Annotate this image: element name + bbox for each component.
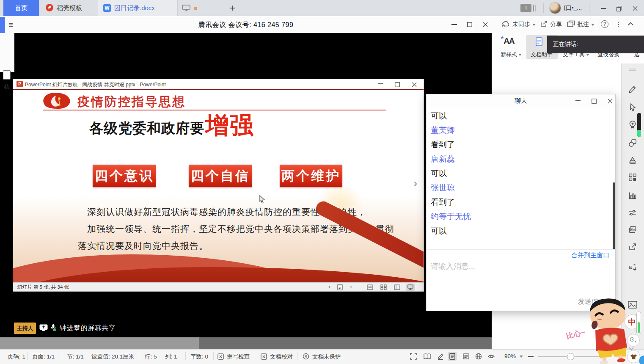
chat-message-input[interactable]: 请输入消息... bbox=[431, 261, 592, 271]
powerpoint-logo-icon: P bbox=[17, 81, 23, 87]
powerpoint-window: P PowerPoint 幻灯片放映 - 同战疫情 共克时艰.pptx - Po… bbox=[13, 79, 424, 292]
tab-docer-templates[interactable]: 稻壳模板 bbox=[41, 0, 98, 16]
clipboard-panel-edge: 粘 bbox=[0, 33, 14, 72]
edit-pen-icon[interactable] bbox=[627, 84, 638, 94]
zoom-out-button[interactable] bbox=[528, 356, 534, 357]
proofread-label[interactable]: 文档校对 bbox=[270, 353, 293, 361]
new-style-label[interactable]: 新样式 bbox=[501, 51, 522, 58]
app-minimize-button[interactable] bbox=[597, 5, 610, 12]
tab-document[interactable]: W 团日记录.docx bbox=[98, 0, 178, 16]
new-tab-button[interactable]: + bbox=[226, 1, 239, 15]
fullscreen-icon[interactable] bbox=[409, 352, 418, 361]
proofread-icon[interactable] bbox=[259, 352, 268, 361]
translate-icon[interactable]: a bbox=[627, 262, 638, 273]
next-slide-arrow[interactable]: › bbox=[413, 176, 417, 190]
eye-protection-icon[interactable] bbox=[487, 352, 496, 361]
protection-shield-icon[interactable] bbox=[301, 352, 311, 361]
share-status-text: 钟进攀的屏幕共享 bbox=[60, 324, 116, 333]
tab-home[interactable]: 首页 bbox=[3, 0, 39, 16]
ppt-window-title: PowerPoint 幻灯片放映 - 同战疫情 共克时艰.pptx - Powe… bbox=[25, 81, 166, 88]
chat-maximize-button[interactable] bbox=[592, 98, 597, 105]
edit-mode-icon[interactable] bbox=[436, 352, 445, 361]
slogan-box-2: 四个自信 bbox=[189, 165, 252, 187]
chat-close-button[interactable] bbox=[608, 98, 613, 105]
user-name[interactable]: (口•_... bbox=[564, 4, 582, 12]
app-restore-button[interactable] bbox=[613, 5, 625, 12]
app-close-button[interactable] bbox=[629, 5, 641, 12]
chat-message: 可以 bbox=[431, 166, 608, 181]
smartart-pyramid-icon[interactable] bbox=[627, 155, 638, 165]
heading-emphasis: 增强 bbox=[205, 114, 254, 136]
dropdown-caret-icon bbox=[591, 24, 594, 26]
paste-label[interactable]: 粘 bbox=[4, 83, 9, 91]
share-icon bbox=[540, 20, 548, 28]
reading-view-icon[interactable] bbox=[394, 284, 400, 292]
share-button[interactable]: 分享 bbox=[540, 20, 562, 28]
doc-assistant-icon bbox=[536, 37, 543, 49]
slideshow-view-icon[interactable] bbox=[406, 284, 415, 291]
user-avatar[interactable] bbox=[549, 2, 561, 14]
outline-view-icon[interactable] bbox=[461, 352, 471, 361]
meeting-maximize-button[interactable] bbox=[463, 21, 476, 28]
spell-check-icon[interactable] bbox=[216, 352, 225, 361]
ppt-minimize-button[interactable] bbox=[378, 83, 383, 84]
chat-scrollbar[interactable] bbox=[613, 182, 615, 249]
paste-icon[interactable] bbox=[3, 70, 11, 80]
chat-message-list[interactable]: 可以 董芙卿 看到了 唐新蕊 可以 张世琼 看到了 约等于无忧 可以 bbox=[431, 109, 608, 238]
comment-button[interactable]: 批注 bbox=[567, 20, 594, 29]
style-asterisk-icon: * bbox=[501, 35, 504, 42]
page-view-icon[interactable] bbox=[448, 352, 457, 361]
speaking-indicator: 正在讲话: bbox=[547, 36, 644, 53]
help-button[interactable]: ? bbox=[601, 20, 608, 28]
docer-logo-icon bbox=[46, 4, 53, 13]
ppt-close-button[interactable] bbox=[412, 81, 417, 89]
sidebar-scrollbar[interactable] bbox=[637, 113, 641, 137]
seal-badge-icon[interactable] bbox=[627, 119, 638, 130]
web-view-icon[interactable] bbox=[474, 352, 483, 361]
chat-message: 可以 bbox=[431, 109, 608, 123]
svg-text:a: a bbox=[629, 264, 632, 270]
select-cursor-icon[interactable] bbox=[627, 102, 638, 112]
protection-label[interactable]: 文档未保护 bbox=[312, 353, 341, 361]
ppt-maximize-button[interactable] bbox=[395, 81, 400, 89]
normal-view-icon[interactable] bbox=[367, 284, 373, 292]
meeting-close-button[interactable] bbox=[479, 21, 492, 28]
chat-sender-name[interactable]: 张世琼 bbox=[431, 181, 608, 195]
next-slide-icon[interactable]: › bbox=[350, 283, 352, 290]
chat-sender-name[interactable]: 唐新蕊 bbox=[431, 152, 608, 166]
ppt-status-bar: 幻灯片 第 5 张, 共 34 张 ‹ › bbox=[13, 282, 424, 291]
chat-message: 可以 bbox=[431, 224, 608, 238]
window-count-badge[interactable]: 1 bbox=[520, 4, 531, 12]
notes-icon[interactable] bbox=[337, 284, 343, 292]
album-icon[interactable] bbox=[627, 225, 638, 235]
chat-sender-name[interactable]: 约等于无忧 bbox=[431, 210, 608, 224]
more-options-button[interactable]: ⋮ bbox=[615, 20, 622, 28]
slide-sorter-icon[interactable] bbox=[380, 284, 387, 292]
sidebar-drag-handle[interactable] bbox=[629, 69, 636, 71]
monitor-icon[interactable] bbox=[182, 5, 190, 13]
sync-button[interactable]: 未同步 bbox=[501, 20, 536, 29]
chat-minimize-button[interactable] bbox=[575, 98, 581, 101]
chat-sender-name[interactable]: 董芙卿 bbox=[431, 123, 608, 138]
export-share-icon[interactable] bbox=[627, 242, 638, 252]
layout-grid-icon[interactable] bbox=[627, 172, 638, 182]
meeting-minimize-button[interactable] bbox=[448, 21, 460, 28]
presenter-bar: 主持人 钟进攀的屏幕共享 bbox=[14, 323, 116, 334]
spell-check-label[interactable]: 拼写检查 bbox=[227, 353, 250, 361]
prev-slide-icon[interactable]: ‹ bbox=[328, 283, 330, 290]
chat-window: 聊天 可以 董芙卿 看到了 唐新蕊 可以 张世琼 看到了 约等于无忧 可以 合并… bbox=[426, 94, 616, 311]
book-view-icon[interactable] bbox=[422, 352, 432, 361]
chart-icon[interactable] bbox=[627, 190, 638, 201]
zoom-caret-icon[interactable] bbox=[520, 356, 523, 358]
line-info: 行: 5 bbox=[145, 353, 157, 361]
zoom-slider-knob[interactable] bbox=[567, 353, 574, 360]
widget-volume-slider[interactable] bbox=[636, 312, 641, 334]
merge-to-main-link[interactable]: 合并到主窗口 bbox=[571, 251, 609, 259]
section-info: 节: 1/1 bbox=[67, 353, 84, 361]
shapes-icon[interactable] bbox=[627, 138, 638, 148]
zoom-level[interactable]: 90% bbox=[504, 353, 516, 359]
divider bbox=[589, 3, 589, 13]
settings-sliders-icon[interactable] bbox=[627, 208, 638, 218]
collapse-ribbon-button[interactable] bbox=[629, 23, 633, 27]
divider bbox=[427, 249, 615, 250]
